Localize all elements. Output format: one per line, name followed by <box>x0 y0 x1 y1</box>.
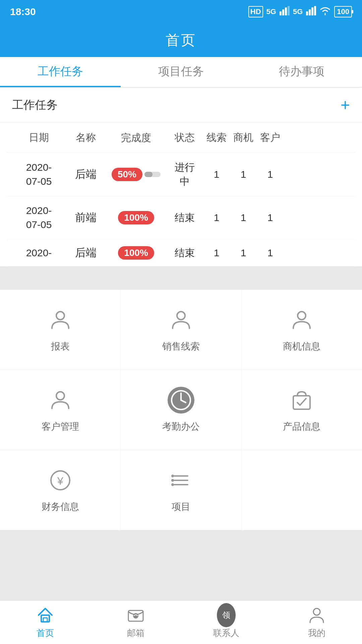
row-lead: 1 <box>203 169 230 180</box>
row-date: 2020-07-05 <box>12 160 66 189</box>
finance-icon: ¥ <box>47 467 74 494</box>
row-date: 2020-07-05 <box>12 204 66 232</box>
tab-project-tasks[interactable]: 项目任务 <box>121 57 241 87</box>
svg-rect-3 <box>288 6 290 15</box>
svg-rect-1 <box>282 9 284 15</box>
grid-row-3: ¥ 财务信息 项目 <box>0 450 362 530</box>
svg-point-8 <box>56 312 64 320</box>
grid-item-reports[interactable]: 报表 <box>0 290 121 370</box>
signal-bars-2 <box>306 6 316 17</box>
nav-item-home[interactable]: 首页 <box>0 601 90 644</box>
svg-text:领: 领 <box>222 610 230 620</box>
nav-item-contacts[interactable]: 领 联系人 <box>181 601 272 644</box>
contacts-icon: 领 <box>217 606 236 625</box>
svg-rect-7 <box>314 6 316 15</box>
client-mgmt-icon <box>47 387 74 414</box>
svg-rect-24 <box>41 615 49 622</box>
svg-point-10 <box>298 312 306 320</box>
progress-badge: 50% <box>112 168 142 181</box>
projects-icon <box>168 467 194 494</box>
svg-point-11 <box>56 392 64 400</box>
row-biz: 1 <box>230 212 257 223</box>
svg-point-9 <box>177 312 185 320</box>
biz-info-icon <box>288 307 315 333</box>
row-name: 后端 <box>66 246 106 260</box>
add-task-button[interactable]: + <box>341 97 350 113</box>
col-header-client: 客户 <box>257 131 284 145</box>
grid-item-empty <box>242 450 362 530</box>
attendance-label: 考勤办公 <box>162 420 200 433</box>
signal-5g-2: 5G <box>293 7 303 16</box>
svg-rect-6 <box>311 7 313 15</box>
status-time: 18:30 <box>10 6 36 17</box>
page-title: 首页 <box>166 31 196 50</box>
row-client: 1 <box>257 212 284 223</box>
biz-info-label: 商机信息 <box>283 340 320 353</box>
grid-menu: 报表 销售线索 商机信息 <box>0 290 362 530</box>
grid-item-sales-leads[interactable]: 销售线索 <box>121 290 241 370</box>
status-bar: 18:30 HD 5G 5G <box>0 0 362 23</box>
col-header-date: 日期 <box>12 131 66 145</box>
grid-row-2: 客户管理 考勤办公 <box>0 370 362 450</box>
row-status: 结束 <box>166 211 203 225</box>
svg-point-22 <box>171 479 174 482</box>
tabs: 工作任务 项目任务 待办事项 <box>0 57 362 87</box>
reports-label: 报表 <box>51 340 70 353</box>
table-row[interactable]: 2020-07-05 前端 100% 结束 1 1 1 <box>7 196 355 239</box>
grid-item-biz-info[interactable]: 商机信息 <box>242 290 362 370</box>
col-header-biz: 商机 <box>230 131 257 145</box>
nav-label-mine: 我的 <box>308 627 325 639</box>
table-row[interactable]: 2020- 后端 100% 结束 1 1 1 <box>7 239 355 266</box>
battery-indicator: 100 <box>334 6 352 17</box>
svg-rect-4 <box>306 11 308 15</box>
nav-item-mail[interactable]: 邮箱 <box>90 601 181 644</box>
product-info-label: 产品信息 <box>283 420 320 433</box>
nav-label-contacts: 联系人 <box>213 627 239 639</box>
tab-work-tasks[interactable]: 工作任务 <box>0 57 121 87</box>
card-header: 工作任务 + <box>0 88 362 123</box>
row-name: 前端 <box>66 210 106 225</box>
row-progress: 100% <box>106 211 166 224</box>
row-lead: 1 <box>203 212 230 223</box>
grid-item-finance[interactable]: ¥ 财务信息 <box>0 450 121 530</box>
row-client: 1 <box>257 247 284 259</box>
row-status: 进行中 <box>166 160 203 189</box>
mail-icon <box>126 606 145 625</box>
row-client: 1 <box>257 169 284 180</box>
col-header-progress: 完成度 <box>106 131 166 144</box>
bottom-nav: 首页 邮箱 领 联系人 我的 <box>0 600 362 644</box>
status-icons: HD 5G 5G 1 <box>248 6 352 17</box>
svg-rect-5 <box>309 9 311 15</box>
attendance-icon <box>168 387 194 414</box>
row-date: 2020- <box>12 246 66 260</box>
tab-pending-items[interactable]: 待办事项 <box>241 57 362 87</box>
row-biz: 1 <box>230 247 257 259</box>
progress-track <box>144 172 161 177</box>
page-header: 首页 <box>0 23 362 57</box>
sales-leads-label: 销售线索 <box>162 340 200 353</box>
row-progress: 100% <box>106 246 166 260</box>
finance-label: 财务信息 <box>42 500 79 513</box>
row-biz: 1 <box>230 169 257 180</box>
nav-item-mine[interactable]: 我的 <box>272 601 362 644</box>
svg-rect-0 <box>280 11 282 15</box>
home-icon <box>36 606 55 625</box>
card-title: 工作任务 <box>12 97 58 113</box>
task-card: 工作任务 + 日期 名称 完成度 状态 线索 商机 客户 2020-07-05 … <box>0 88 362 266</box>
grid-item-client-mgmt[interactable]: 客户管理 <box>0 370 121 450</box>
progress-badge: 100% <box>118 211 154 224</box>
grid-item-projects[interactable]: 项目 <box>121 450 241 530</box>
table-header: 日期 名称 完成度 状态 线索 商机 客户 <box>7 123 355 153</box>
grid-item-attendance[interactable]: 考勤办公 <box>121 370 241 450</box>
task-table: 日期 名称 完成度 状态 线索 商机 客户 2020-07-05 后端 50% … <box>0 123 362 266</box>
table-row[interactable]: 2020-07-05 后端 50% 进行中 1 1 1 <box>7 153 355 196</box>
sales-leads-icon <box>168 307 194 333</box>
grid-item-product-info[interactable]: 产品信息 <box>242 370 362 450</box>
svg-point-21 <box>171 475 174 477</box>
row-status: 结束 <box>166 246 203 260</box>
row-progress: 50% <box>106 168 166 181</box>
row-lead: 1 <box>203 247 230 259</box>
client-mgmt-label: 客户管理 <box>42 420 79 433</box>
wifi-icon <box>319 6 331 17</box>
col-header-status: 状态 <box>166 131 203 145</box>
